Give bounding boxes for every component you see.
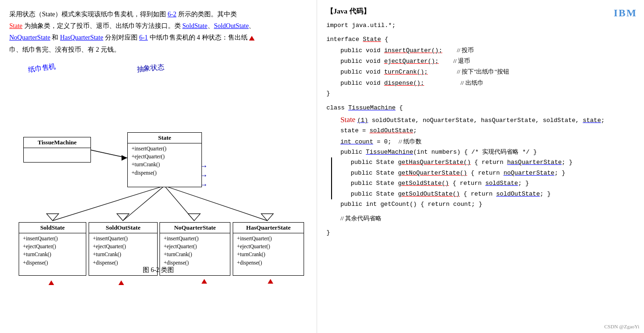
tri-hasquarter — [268, 277, 273, 285]
code-class-close-line: } — [326, 228, 635, 238]
code-state-decl-line: State (1) soldOutState, noQuarterState, … — [326, 113, 635, 126]
method-insert-sig: public void insertQuarter(); — [340, 46, 442, 56]
getter-group: public State getHasQuarterState() { retu… — [331, 157, 635, 199]
code-interface-decl-line: interface State { — [326, 34, 635, 45]
comment-turn: // 按下"出纸巾"按钮 — [457, 67, 509, 77]
left-panel: 采用状态（State）模式来实现该纸巾售卖机，得到如图 6-2 所示的类图。其中… — [0, 0, 317, 333]
method-turn-sig: public void turnCrank(); — [340, 67, 428, 77]
hw-state-annotation: State — [340, 113, 356, 126]
comment-insert: // 投币 — [457, 45, 474, 55]
java-tag: 【Java 代码】 — [326, 7, 635, 16]
svg-line-0 — [89, 150, 127, 158]
sold-method-2: +ejectQuarter() — [23, 243, 82, 251]
fig-ref: 6-2 — [168, 11, 177, 18]
state-var-ul: state — [583, 117, 601, 124]
box-sold-state-body: +insertQuarter() +ejectQuarter() +turnCr… — [19, 233, 86, 268]
hasquarter-method-2: +ejectQuarter() — [237, 243, 300, 251]
code-class-close: } — [326, 228, 330, 238]
box-hasquarter-state: HasQuarterState +insertQuarter() +ejectQ… — [233, 222, 304, 276]
sold-method-1: +insertQuarter() — [23, 235, 82, 243]
state-method-3: +turnCrank() — [132, 161, 198, 169]
triangle-marker-1 — [249, 36, 255, 41]
code-interface-close: } — [326, 88, 330, 99]
box-sold-state: SoldState +insertQuarter() +ejectQuarter… — [19, 222, 86, 276]
svg-marker-9 — [261, 214, 273, 221]
svg-line-3 — [123, 186, 165, 221]
handwrite-abstract: 抽象状态 — [136, 62, 165, 74]
state-underline: State — [9, 22, 22, 29]
state-1-ul: (1) — [357, 117, 368, 124]
code-import-line: import java.util.*; — [326, 20, 635, 31]
comment-dispense: // 出纸巾 — [460, 78, 483, 88]
code-interface-decl: interface State { — [326, 34, 388, 45]
intro-line4: 巾、纸巾售完、没有投币、有 2 元钱。 — [9, 46, 120, 53]
hasquarter-method-4: +dispense() — [237, 259, 300, 267]
code-method-turn: public void turnCrank(); // 按下"出纸巾"按钮 — [326, 67, 635, 77]
noquarter-method-3: +turnCrank() — [164, 251, 226, 258]
getter-methods: public State getHasQuarterState() { retu… — [337, 157, 573, 199]
intro-text: 采用状态（State）模式来实现该纸巾售卖机，得到如图 6-2 所示的类图。其中… — [9, 8, 307, 55]
box-tissue-machine-title: TissueMachine — [24, 137, 90, 148]
code-blank-2 — [326, 99, 635, 103]
sold-return-ul: soldState — [485, 180, 518, 187]
code-state-decl: soldOutState, noQuarterState, hasQuarter… — [372, 116, 604, 126]
comment-count: // 纸巾数 — [399, 136, 422, 147]
turn-ul: turnCrank(); — [384, 68, 428, 75]
tissue-ctor-ul: TissueMachine — [366, 149, 413, 156]
code-class-decl-line: class TissueMachine { — [326, 103, 635, 113]
hasquarter-ref: HasQuarterState — [60, 34, 104, 41]
box-tissue-machine: TissueMachine — [23, 137, 91, 163]
sold-method-4: +dispense() — [23, 259, 82, 267]
code-method-insert: public void insertQuarter(); // 投币 — [326, 45, 635, 56]
insert-ul: insertQuarter(); — [384, 47, 443, 54]
box-sold-state-title: SoldState — [19, 223, 86, 233]
getter-sold-text: public State getSoldState() { return sol… — [351, 178, 529, 189]
code-blank-3 — [326, 210, 635, 213]
get-soldout-ul: getSoldOutState() — [398, 190, 460, 197]
fig1-ref: 6-1 — [139, 34, 148, 41]
sold-method-3: +turnCrank() — [23, 251, 82, 258]
code-state-1-label: (1) — [357, 116, 372, 126]
svg-line-5 — [164, 186, 267, 221]
get-sold-ul: getSoldState() — [398, 180, 449, 187]
hasquarter-method-1: +insertQuarter() — [237, 235, 300, 243]
getter-soldout: public State getSoldOutState() { return … — [337, 189, 573, 199]
no-quarter-return-ul: noQuarterState — [504, 170, 554, 177]
svg-marker-6 — [47, 214, 59, 221]
code-method-dispense: public void dispense(); // 出纸巾 — [326, 78, 635, 88]
handwrite-tissue: 纸巾售机 — [28, 62, 56, 75]
watermark: CSDN @ZgaoYi — [604, 324, 639, 329]
fig-caption: 图 6-2 类图 — [143, 266, 174, 274]
intro-line1: 采用状态（State）模式来实现该纸巾售卖机，得到如图 6-2 所示的类图。其中… — [9, 11, 237, 18]
method-dispense-sig: public void dispense(); — [340, 78, 424, 88]
code-blank-1 — [326, 31, 635, 34]
tissue-ul: TissueMachine — [348, 104, 395, 111]
noquarter-method-2: +ejectQuarter() — [164, 243, 226, 251]
tri-sold — [48, 278, 54, 286]
code-state-init: state = soldOutState; — [340, 126, 417, 136]
dispense-ul: dispense(); — [384, 80, 424, 87]
eject-ul: ejectQuarter(); — [384, 58, 439, 65]
soldout-return-ul: soldOutState — [496, 190, 540, 197]
box-noquarter-state-title: NoQuarterState — [160, 223, 230, 233]
code-blank-4 — [326, 224, 635, 228]
box-state-title: State — [128, 133, 201, 143]
intro-line3: NoQuarterState 和 HasQuarterState 分别对应图 6… — [9, 34, 255, 41]
box-hasquarter-state-title: HasQuarterState — [233, 223, 304, 233]
getter-count-line: public int getCount() { return count; } — [326, 199, 635, 210]
box-soldout-state-body: +insertQuarter() +ejectQuarter() +turnCr… — [89, 233, 157, 268]
getter-soldout-text: public State getSoldOutState() { return … — [351, 189, 551, 199]
get-has-ul: getHasQuarterState() — [398, 159, 471, 166]
svg-marker-8 — [188, 214, 200, 221]
code-other-comment: // 其余代码省略 — [340, 213, 381, 224]
sold-out-state-init-ul: soldOutState — [369, 127, 413, 134]
svg-marker-7 — [117, 214, 129, 221]
hasquarter-method-3: +turnCrank() — [237, 251, 300, 258]
method-eject-sig: public void ejectQuarter(); — [340, 56, 439, 67]
state-method-1: +insertQuarter() — [132, 145, 198, 153]
code-constructor: public TissueMachine(int numbers) { /* 实… — [340, 147, 537, 157]
tri-soldout — [118, 278, 124, 286]
count-ul: int count — [340, 138, 373, 145]
get-no-ul: getNoQuarterState() — [398, 170, 467, 177]
code-block: import java.util.*; interface State { pu… — [326, 20, 635, 238]
